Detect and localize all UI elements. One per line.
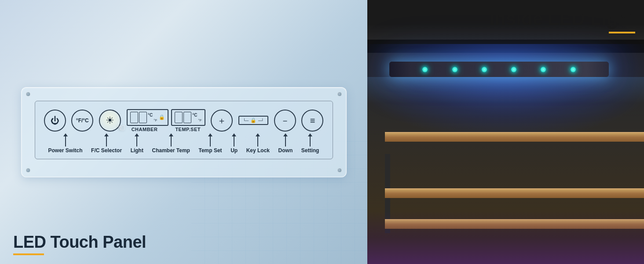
keylock-icon: 🔒	[250, 117, 256, 123]
led-dot-1	[422, 67, 428, 72]
purple-glow	[367, 211, 644, 264]
light-icon: ☀	[106, 116, 114, 125]
up-arrow-group: Up	[231, 136, 238, 154]
setting-icon-circle[interactable]: ≡	[301, 110, 323, 132]
down-button[interactable]: －	[274, 110, 296, 132]
setting-icon: ≡	[310, 116, 315, 125]
power-switch-label: Power Switch	[48, 147, 83, 154]
fc-arrow	[106, 136, 107, 147]
setting-label: Setting	[301, 147, 319, 154]
up-arrow	[234, 136, 234, 147]
light-spill	[367, 77, 644, 103]
led-dot-4	[511, 67, 516, 72]
led-dot-3	[482, 67, 487, 72]
down-arrow-group: Down	[278, 136, 293, 154]
setting-arrow-group: Setting	[301, 136, 319, 154]
fc-selector-label: F/C Selector	[91, 147, 122, 154]
chamber-digit-2	[139, 112, 147, 123]
screw-br	[337, 168, 342, 172]
shelf-plank-3	[385, 132, 644, 142]
chamber-arrow-group: Chamber Temp	[152, 136, 190, 154]
chamber-arrow	[171, 136, 172, 147]
keylock-section: └─ 🔒 ─┘	[238, 116, 268, 125]
left-panel: ⏻ °F/°C ☀ ☞	[0, 0, 367, 264]
chamber-display: °C °F 🔒	[127, 109, 168, 126]
down-arrow	[285, 136, 286, 147]
right-title: Inside LED Light	[490, 9, 635, 33]
tempset-digit-2	[183, 112, 191, 123]
up-label: Up	[231, 147, 238, 154]
inner-panel: ⏻ °F/°C ☀ ☞	[35, 101, 333, 159]
plus-icon: ＋	[217, 116, 226, 125]
chamber-celsius-icon: °C	[148, 113, 153, 117]
temp-set-label: Temp Set	[198, 147, 222, 154]
keylock-arrow-group: Key Lock	[246, 136, 270, 154]
keylock-bar: └─ 🔒 ─┘	[238, 116, 268, 125]
keylock-arrow	[257, 136, 258, 147]
title-underline	[13, 253, 44, 255]
power-button[interactable]: ⏻	[44, 110, 66, 132]
keylock-dash-left: └─	[243, 118, 249, 123]
minus-icon: －	[281, 116, 289, 125]
tempset-arrow-group: Temp Set	[198, 136, 222, 154]
control-panel-card: ⏻ °F/°C ☀ ☞	[21, 87, 347, 177]
screw-tr	[337, 92, 342, 96]
keylock-dash-right: ─┘	[258, 118, 264, 123]
led-dot-2	[452, 67, 457, 72]
fc-arrow-group: F/C Selector	[91, 136, 122, 154]
tempset-digit-1	[175, 112, 183, 123]
tempset-display: °C °F	[171, 109, 205, 126]
chamber-label: CHAMBER	[132, 127, 158, 132]
setting-button[interactable]: ≡	[301, 110, 323, 132]
down-label: Down	[278, 147, 293, 154]
power-icon: ⏻	[51, 116, 59, 125]
tempset-celsius-icon: °C	[192, 113, 197, 117]
fc-icon-circle[interactable]: °F/°C	[71, 110, 93, 132]
up-icon-circle[interactable]: ＋	[211, 110, 233, 132]
power-icon-circle[interactable]: ⏻	[44, 110, 66, 132]
right-title-underline	[609, 32, 635, 33]
arrows-row: Power Switch F/C Selector Light Chamber …	[44, 136, 324, 154]
bottom-title: LED Touch Panel	[13, 233, 146, 255]
up-button[interactable]: ＋	[211, 110, 233, 132]
screw-bl	[26, 168, 30, 172]
chamber-digit-1	[130, 112, 138, 123]
led-touch-panel-title: LED Touch Panel	[13, 233, 146, 252]
display-section: °C °F 🔒 °C °F CHAMBER	[127, 109, 205, 132]
key-lock-label: Key Lock	[246, 147, 270, 154]
tempset-label: TEMP.SET	[175, 127, 201, 132]
power-arrow-group: Power Switch	[48, 136, 83, 154]
setting-arrow	[310, 136, 311, 147]
shelf-plank-1	[385, 188, 644, 198]
display-labels-row: CHAMBER TEMP.SET	[132, 127, 201, 132]
led-dot-6	[571, 67, 576, 72]
buttons-row: ⏻ °F/°C ☀ ☞	[44, 109, 324, 132]
light-arrow-group: Light	[131, 136, 143, 154]
light-label: Light	[131, 147, 143, 154]
light-button[interactable]: ☀ ☞	[99, 110, 121, 132]
right-panel: Inside LED Light	[367, 0, 644, 264]
led-dot-5	[541, 67, 546, 72]
inside-led-light-title: Inside LED Light	[490, 9, 635, 29]
light-arrow	[136, 136, 137, 147]
fc-selector-button[interactable]: °F/°C	[71, 110, 93, 132]
down-icon-circle[interactable]: －	[274, 110, 296, 132]
tempset-fahrenheit-icon: °F	[198, 118, 202, 122]
chamber-temp-label: Chamber Temp	[152, 147, 190, 154]
hand-cursor-icon: ☞	[117, 122, 125, 134]
fc-icon: °F/°C	[76, 118, 89, 123]
led-strip	[389, 62, 609, 77]
chamber-fahrenheit-icon: °F	[154, 118, 157, 122]
photo-overlay: Inside LED Light	[367, 0, 644, 264]
displays-row: °C °F 🔒 °C °F	[127, 109, 205, 126]
dark-beam	[367, 40, 644, 53]
tempset-arrow	[210, 136, 211, 147]
power-arrow	[65, 136, 66, 147]
screw-tl	[26, 92, 30, 96]
